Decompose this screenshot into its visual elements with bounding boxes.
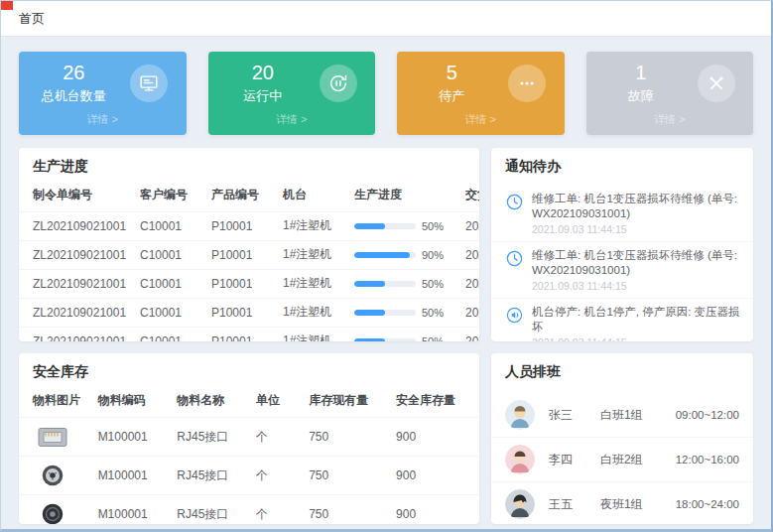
progress-bar bbox=[354, 310, 416, 316]
progress-cell: 50% bbox=[350, 299, 461, 328]
staff-name: 张三 bbox=[549, 407, 600, 424]
table-header-row: 制令单编号 客户编号 产品编号 机台 生产进度 交货日期 bbox=[19, 184, 479, 212]
avatar bbox=[505, 400, 535, 430]
material-image-connector bbox=[33, 461, 72, 490]
staff-name: 王五 bbox=[549, 496, 600, 513]
material-code: M100001 bbox=[94, 495, 174, 525]
stat-label: 故障 bbox=[604, 87, 678, 105]
delivery-date: 2021-09-10 bbox=[461, 241, 479, 270]
progress-value: 50% bbox=[422, 220, 444, 232]
shift-group: 夜班1组 bbox=[600, 496, 672, 513]
avatar bbox=[505, 489, 535, 519]
order-no: ZL202109021001 bbox=[19, 270, 136, 299]
stat-card-fault[interactable]: 1 故障 详情 > bbox=[586, 52, 754, 135]
stat-value: 1 bbox=[604, 62, 678, 83]
shift-time: 12:00~16:00 bbox=[676, 454, 739, 466]
panel-grid: 生产进度 制令单编号 客户编号 产品编号 机台 生产进度 交货日期 bbox=[19, 148, 753, 524]
production-progress-panel: 生产进度 制令单编号 客户编号 产品编号 机台 生产进度 交货日期 bbox=[19, 148, 479, 341]
material-name: RJ45接口 bbox=[173, 457, 252, 495]
machine-name: 1#注塑机 bbox=[279, 328, 350, 342]
progress-cell: 50% bbox=[350, 328, 461, 342]
notice-time: 2021.09.03 11:44:15 bbox=[532, 223, 741, 235]
material-image-speaker bbox=[33, 499, 72, 524]
notice-item[interactable]: 维修工单: 机台1变压器损坏待维修 (单号: WX202109031001) 2… bbox=[491, 186, 753, 241]
product-no: P10001 bbox=[207, 241, 279, 270]
material-unit: 个 bbox=[252, 495, 305, 525]
stat-card-standby[interactable]: 5 待产 详情 > bbox=[397, 52, 565, 135]
delivery-date: 2021-09-10 bbox=[461, 270, 479, 299]
stat-cards: 26 总机台数量 详情 > 20 运行中 bbox=[19, 52, 753, 135]
product-no: P10001 bbox=[207, 270, 279, 299]
notifications-panel: 通知待办 维修工单: 机台1变压器损坏待维修 (单号: WX2021090310… bbox=[491, 148, 753, 341]
order-no: ZL202109021001 bbox=[19, 241, 136, 270]
shift-list: 张三 白班1组 09:00~12:00 李四 白班2组 bbox=[491, 389, 753, 524]
delivery-date: 2021-09-10 bbox=[461, 299, 479, 328]
detail-link[interactable]: 详情 > bbox=[19, 112, 187, 127]
progress-value: 90% bbox=[422, 249, 444, 261]
clock-icon bbox=[505, 193, 524, 235]
stock-current: 750 bbox=[305, 495, 392, 525]
progress-cell: 90% bbox=[350, 241, 461, 270]
product-no: P10001 bbox=[207, 328, 279, 342]
material-unit: 个 bbox=[252, 418, 305, 457]
shift-time: 09:00~12:00 bbox=[676, 409, 739, 421]
tab-home[interactable]: 首页 bbox=[19, 10, 45, 28]
product-no: P10001 bbox=[207, 299, 279, 328]
shift-group: 白班1组 bbox=[600, 407, 672, 424]
panel-title: 生产进度 bbox=[19, 148, 479, 184]
col-current: 库存现有量 bbox=[305, 389, 392, 418]
customer-no: C10001 bbox=[136, 212, 207, 241]
col-order: 制令单编号 bbox=[19, 184, 136, 212]
corner-marker bbox=[1, 1, 13, 10]
machine-name: 1#注塑机 bbox=[279, 241, 350, 270]
notice-text: 机台停产: 机台1停产, 停产原因: 变压器损坏 bbox=[532, 305, 741, 334]
stat-card-running[interactable]: 20 运行中 详情 > bbox=[208, 52, 376, 135]
progress-cell: 50% bbox=[350, 270, 461, 299]
table-header-row: 物料图片 物料编码 物料名称 单位 库存现有量 安全库存量 bbox=[19, 389, 479, 418]
notice-text: 维修工单: 机台1变压器损坏待维修 (单号: WX202109031001) bbox=[532, 192, 741, 221]
order-no: ZL202109021001 bbox=[19, 328, 136, 342]
progress-cell: 50% bbox=[350, 212, 461, 241]
safety-stock-panel: 安全库存 物料图片 物料编码 物料名称 单位 库存现有量 安全库存量 bbox=[19, 353, 479, 524]
col-progress: 生产进度 bbox=[350, 184, 461, 212]
notice-time: 2021.09.03 11:44:15 bbox=[532, 280, 741, 292]
material-unit: 个 bbox=[252, 457, 305, 495]
customer-no: C10001 bbox=[136, 299, 207, 328]
col-name: 物料名称 bbox=[173, 389, 252, 418]
staff-schedule-panel: 人员排班 张三 白班1组 09:00~12:00 bbox=[491, 353, 753, 524]
notice-item[interactable]: 机台停产: 机台1停产, 停产原因: 变压器损坏 2021.09.03 11:4… bbox=[491, 298, 753, 341]
detail-link[interactable]: 详情 > bbox=[397, 112, 565, 127]
list-item: 李四 白班2组 12:00~16:00 bbox=[491, 437, 753, 481]
col-code: 物料编码 bbox=[94, 389, 174, 418]
machine-icon bbox=[130, 65, 168, 102]
stock-safety: 900 bbox=[392, 418, 479, 457]
table-row: ZL202109021001 C10001 P10001 1#注塑机 50% 2… bbox=[19, 328, 479, 342]
stock-safety: 900 bbox=[392, 495, 479, 525]
material-image-rj45 bbox=[33, 422, 72, 452]
list-item: 张三 白班1组 09:00~12:00 bbox=[491, 393, 753, 437]
machine-name: 1#注塑机 bbox=[279, 299, 350, 328]
progress-bar bbox=[354, 223, 416, 229]
stat-label: 运行中 bbox=[226, 87, 300, 105]
stat-label: 总机台数量 bbox=[37, 87, 110, 105]
machine-name: 1#注塑机 bbox=[279, 212, 350, 241]
notice-text: 维修工单: 机台1变压器损坏待维修 (单号: WX202109031001) bbox=[532, 248, 741, 278]
order-no: ZL202109021001 bbox=[19, 212, 136, 241]
stat-value: 26 bbox=[37, 62, 110, 83]
list-item: 王五 夜班1组 18:00~24:00 bbox=[491, 481, 753, 524]
notice-item[interactable]: 维修工单: 机台1变压器损坏待维修 (单号: WX202109031001) 2… bbox=[491, 241, 753, 298]
detail-link[interactable]: 详情 > bbox=[208, 112, 376, 127]
detail-link[interactable]: 详情 > bbox=[586, 112, 754, 127]
stat-card-total-machines[interactable]: 26 总机台数量 详情 > bbox=[19, 52, 187, 135]
col-safety: 安全库存量 bbox=[392, 389, 479, 418]
notice-time: 2021.09.03 11:44:15 bbox=[532, 336, 741, 341]
progress-value: 50% bbox=[422, 278, 444, 290]
stat-label: 待产 bbox=[415, 87, 488, 105]
speaker-icon bbox=[505, 306, 524, 341]
col-machine: 机台 bbox=[279, 184, 350, 212]
stock-current: 750 bbox=[305, 418, 392, 457]
staff-name: 李四 bbox=[549, 452, 600, 468]
clock-icon bbox=[505, 249, 524, 292]
material-name: RJ45接口 bbox=[173, 495, 252, 525]
delivery-date: 2021-09-10 bbox=[461, 328, 479, 342]
